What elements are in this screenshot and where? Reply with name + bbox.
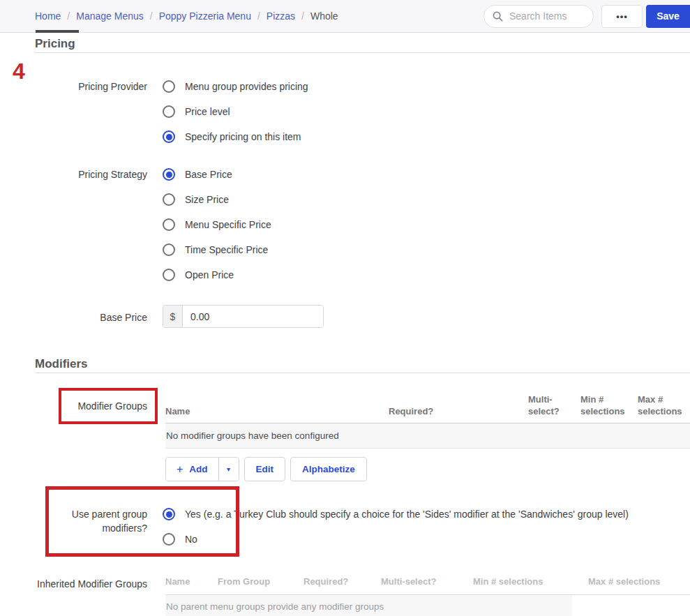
column-header-max-selections: Max # selections: [588, 576, 690, 587]
breadcrumb-separator: /: [301, 10, 304, 22]
search-box[interactable]: [483, 5, 594, 28]
topbar-actions: ••• Save: [483, 5, 690, 28]
radio-button[interactable]: [163, 533, 175, 546]
pricing-section-title: Pricing: [35, 33, 690, 52]
search-input[interactable]: [509, 10, 585, 22]
radio-option-no: No: [163, 527, 629, 552]
inherited-groups-empty-state: No parent menu groups provide any modifi…: [165, 595, 572, 616]
breadcrumb-separator: /: [257, 10, 260, 22]
radio-option-size-price: Size Price: [163, 187, 271, 212]
add-split-button: + Add ▾: [165, 457, 239, 481]
radio-button[interactable]: [163, 243, 175, 256]
radio-option-menu-specific-price: Menu Specific Price: [163, 212, 271, 237]
column-header-multi-select: Multi-select?: [381, 576, 473, 587]
search-icon: [493, 11, 503, 22]
pricing-provider-label: Pricing Provider: [35, 74, 147, 149]
modifier-groups-table-header: Name Required? Multi-select? Min # selec…: [165, 388, 690, 423]
breadcrumb-current-item: Whole: [310, 10, 338, 22]
clipped-scrolled-content: [36, 30, 79, 33]
radio-label[interactable]: No: [185, 534, 197, 545]
radio-button[interactable]: [163, 269, 175, 281]
column-header-name: Name: [165, 576, 218, 587]
radio-label[interactable]: Specify pricing on this item: [185, 131, 301, 142]
breadcrumb: Home / Manage Menus / Poppy Pizzeria Men…: [35, 10, 338, 22]
pricing-provider-radio-group: Menu group provides pricing Price level …: [163, 74, 308, 149]
breadcrumb-pizzas[interactable]: Pizzas: [267, 10, 295, 22]
inherited-modifier-groups-table: Name From Group Required? Multi-select? …: [165, 571, 690, 616]
pricing-strategy-radio-group: Base Price Size Price Menu Specific Pric…: [163, 162, 271, 287]
radio-button[interactable]: [163, 193, 175, 206]
use-parent-modifiers-row: Use parent group modifiers? Yes (e.g. a …: [35, 502, 690, 552]
pricing-strategy-row: Pricing Strategy Base Price Size Price M…: [35, 162, 690, 287]
radio-option-base-price: Base Price: [163, 162, 271, 187]
radio-option-specify-pricing: Specify pricing on this item: [163, 124, 308, 149]
more-options-button[interactable]: •••: [601, 5, 643, 28]
column-header-name: Name: [165, 405, 389, 417]
radio-label[interactable]: Price level: [185, 106, 230, 117]
base-price-input-group: $: [163, 305, 324, 328]
radio-option-yes: Yes (e.g. a Turkey Club should specify a…: [163, 502, 629, 527]
column-header-from-group: From Group: [218, 576, 303, 587]
add-button[interactable]: + Add: [166, 458, 218, 481]
radio-button[interactable]: [163, 80, 175, 93]
radio-label[interactable]: Base Price: [185, 169, 232, 180]
modifier-groups-label: Modifier Groups: [77, 400, 147, 412]
breadcrumb-home[interactable]: Home: [35, 10, 61, 22]
modifier-groups-empty-state: No modifier groups have been configured: [165, 423, 690, 449]
plus-icon: +: [177, 463, 183, 476]
inherited-modifier-groups-row: Inherited Modifier Groups Name From Grou…: [35, 571, 690, 616]
radio-option-price-level: Price level: [163, 99, 308, 124]
breadcrumb-menu[interactable]: Poppy Pizzeria Menu: [159, 10, 251, 22]
radio-label[interactable]: Menu Specific Price: [185, 219, 271, 230]
base-price-label: Base Price: [35, 305, 147, 328]
radio-button-selected[interactable]: [163, 130, 175, 143]
radio-button-selected[interactable]: [163, 168, 175, 181]
pricing-provider-row: Pricing Provider Menu group provides pri…: [35, 74, 690, 149]
section-divider: [35, 52, 690, 53]
modifier-groups-actions: + Add ▾ Edit Alphabetize: [165, 457, 690, 481]
breadcrumb-separator: /: [150, 10, 153, 22]
add-dropdown-button[interactable]: ▾: [218, 458, 239, 481]
radio-label[interactable]: Size Price: [185, 194, 229, 205]
radio-label[interactable]: Open Price: [185, 269, 234, 280]
add-button-label: Add: [189, 464, 207, 474]
column-header-min-selections: Min # selections: [580, 393, 638, 417]
radio-label[interactable]: Menu group provides pricing: [185, 81, 308, 92]
modifier-groups-table: Name Required? Multi-select? Min # selec…: [165, 388, 690, 449]
inherited-modifier-groups-label: Inherited Modifier Groups: [35, 571, 147, 616]
save-button[interactable]: Save: [646, 5, 690, 28]
radio-button[interactable]: [163, 105, 175, 118]
currency-prefix: $: [163, 306, 183, 327]
breadcrumb-separator: /: [67, 10, 70, 22]
column-header-required: Required?: [303, 576, 381, 587]
use-parent-modifiers-label: Use parent group modifiers?: [35, 502, 147, 552]
use-parent-radio-group: Yes (e.g. a Turkey Club should specify a…: [163, 502, 629, 552]
section-divider: [35, 373, 690, 373]
column-header-multi-select: Multi-select?: [528, 393, 580, 417]
alphabetize-button[interactable]: Alphabetize: [290, 457, 367, 481]
radio-button[interactable]: [163, 218, 175, 231]
column-header-max-selections: Max # selections: [638, 393, 690, 417]
chevron-down-icon: ▾: [227, 465, 230, 473]
top-bar: Home / Manage Menus / Poppy Pizzeria Men…: [0, 0, 690, 33]
main-content: Pricing Pricing Provider Menu group prov…: [0, 33, 690, 616]
edit-button[interactable]: Edit: [244, 457, 286, 481]
breadcrumb-manage-menus[interactable]: Manage Menus: [76, 10, 144, 22]
modifiers-section-title: Modifiers: [35, 353, 690, 373]
column-header-required: Required?: [389, 405, 528, 417]
radio-option-menu-group-pricing: Menu group provides pricing: [163, 74, 308, 99]
base-price-control: $: [163, 305, 324, 328]
base-price-input[interactable]: [183, 306, 324, 327]
base-price-row: Base Price $: [35, 305, 690, 328]
modifier-groups-row: Modifier Groups Name Required? Multi-sel…: [35, 388, 690, 449]
annotation-red-box-modifier-groups: Modifier Groups: [59, 388, 158, 424]
radio-option-open-price: Open Price: [163, 262, 271, 287]
inherited-table-header: Name From Group Required? Multi-select? …: [165, 571, 690, 595]
radio-label[interactable]: Time Specific Price: [185, 244, 268, 255]
radio-label[interactable]: Yes (e.g. a Turkey Club should specify a…: [185, 509, 629, 520]
radio-button-selected[interactable]: [163, 508, 175, 520]
radio-option-time-specific-price: Time Specific Price: [163, 237, 271, 262]
column-header-min-selections: Min # selections: [473, 576, 588, 587]
pricing-strategy-label: Pricing Strategy: [35, 162, 147, 287]
